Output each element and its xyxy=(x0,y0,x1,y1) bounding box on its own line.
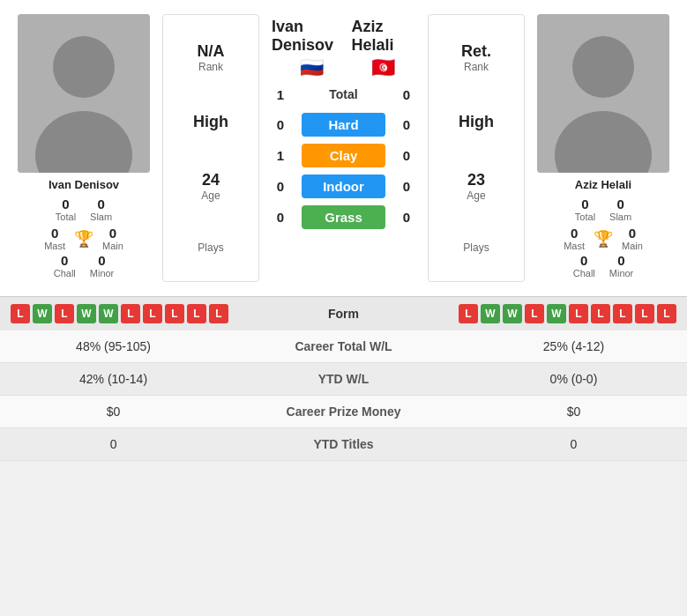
surface-grass-row: 0 Grass 0 xyxy=(263,205,424,229)
right-minor-cell: 0 Minor xyxy=(609,253,634,278)
right-main-cell: 0 Main xyxy=(622,226,643,251)
grass-btn[interactable]: Grass xyxy=(302,205,385,229)
right-mast-label: Mast xyxy=(564,241,585,251)
grass-right-score: 0 xyxy=(389,210,424,225)
right-age-stat: 23 Age xyxy=(467,171,485,202)
right-mid-block: Ret. Rank High 23 Age Plays xyxy=(428,14,525,282)
left-mid-block: N/A Rank High 24 Age Plays xyxy=(162,14,259,282)
left-plays-stat: Plays xyxy=(198,241,223,254)
left-chall-label: Chall xyxy=(54,268,76,278)
right-slam-cell: 0 Slam xyxy=(609,197,631,222)
left-total-cell: 0 Total xyxy=(56,197,76,222)
right-player-photo xyxy=(537,14,669,173)
left-flag: 🇷🇺 xyxy=(300,56,324,79)
right-chall-cell: 0 Chall xyxy=(573,253,595,278)
right-age-value: 23 xyxy=(467,171,485,189)
right-chall-label: Chall xyxy=(573,268,595,278)
left-plays-label: Plays xyxy=(198,241,223,254)
stat-right-value: 0 xyxy=(460,428,687,461)
right-stats-row1: 0 Total 0 Slam xyxy=(575,197,631,222)
right-main-label: Main xyxy=(622,241,643,251)
stat-label: Career Total W/L xyxy=(227,330,460,363)
right-minor-value: 0 xyxy=(617,253,624,268)
left-mast-cell: 0 Mast xyxy=(44,226,65,251)
right-slam-value: 0 xyxy=(616,197,624,212)
form-badge-w: W xyxy=(99,304,118,323)
form-badge-l: L xyxy=(591,304,610,323)
form-badge-l: L xyxy=(165,304,184,323)
stats-row: 0YTD Titles0 xyxy=(0,428,687,461)
stats-table: 48% (95-105)Career Total W/L25% (4-12)42… xyxy=(0,330,687,461)
left-total-label: Total xyxy=(56,212,76,222)
stats-row: 42% (10-14)YTD W/L0% (0-0) xyxy=(0,363,687,396)
left-chall-value: 0 xyxy=(61,253,68,268)
indoor-right-score: 0 xyxy=(389,179,424,194)
right-trophy-row: 0 Mast 🏆 0 Main xyxy=(564,226,643,251)
left-stats-row3: 0 Chall 0 Minor xyxy=(54,253,115,278)
left-high-stat: High xyxy=(193,113,228,131)
right-plays-stat: Plays xyxy=(463,241,489,254)
stat-label: YTD W/L xyxy=(227,363,460,396)
indoor-btn[interactable]: Indoor xyxy=(302,174,385,198)
left-age-label: Age xyxy=(201,189,220,202)
right-total-label: Total xyxy=(575,212,595,222)
left-minor-cell: 0 Minor xyxy=(90,253,115,278)
left-name-flag: Ivan Denisov 🇷🇺 xyxy=(272,18,351,79)
stat-left-value: 42% (10-14) xyxy=(0,363,227,396)
left-rank-stat: N/A Rank xyxy=(198,42,225,73)
stat-right-value: $0 xyxy=(460,396,687,428)
form-badge-w: W xyxy=(33,304,52,323)
svg-point-1 xyxy=(53,36,115,98)
right-age-label: Age xyxy=(467,189,485,202)
right-main-value: 0 xyxy=(629,226,636,241)
stat-left-value: 48% (95-105) xyxy=(0,330,227,363)
form-badge-l: L xyxy=(11,304,30,323)
right-center-name: Aziz Helali xyxy=(351,18,415,55)
right-flag: 🇹🇳 xyxy=(371,56,395,79)
right-rank-stat: Ret. Rank xyxy=(461,42,491,73)
left-center-name: Ivan Denisov xyxy=(272,18,351,55)
clay-btn[interactable]: Clay xyxy=(302,144,385,167)
left-slam-value: 0 xyxy=(97,197,104,212)
left-total-value: 0 xyxy=(62,197,69,212)
surface-clay-row: 1 Clay 0 xyxy=(263,144,424,167)
right-stats-row3: 0 Chall 0 Minor xyxy=(573,253,634,278)
stat-label: YTD Titles xyxy=(227,428,460,461)
right-name-flag: Aziz Helali 🇹🇳 xyxy=(351,18,415,79)
stat-left-value: 0 xyxy=(0,428,227,461)
left-age-stat: 24 Age xyxy=(201,171,220,202)
right-rank-label: Rank xyxy=(464,61,489,73)
surface-hard-row: 0 Hard 0 xyxy=(263,113,424,137)
left-player-name: Ivan Denisov xyxy=(49,178,119,191)
stat-left-value: $0 xyxy=(0,396,227,428)
form-badge-l: L xyxy=(209,304,228,323)
left-minor-label: Minor xyxy=(90,268,115,278)
stat-right-value: 0% (0-0) xyxy=(460,363,687,396)
stat-label: Career Prize Money xyxy=(227,396,460,428)
clay-left-score: 1 xyxy=(263,148,298,163)
form-badge-l: L xyxy=(187,304,206,323)
hard-btn[interactable]: Hard xyxy=(302,113,385,137)
right-total-value: 0 xyxy=(581,197,588,212)
right-total-cell: 0 Total xyxy=(575,197,595,222)
total-btn[interactable]: Total xyxy=(302,83,385,106)
form-badge-l: L xyxy=(121,304,140,323)
form-badge-l: L xyxy=(613,304,632,323)
surface-total-row: 1 Total 0 xyxy=(263,83,424,106)
right-high-stat: High xyxy=(459,113,494,131)
right-slam-label: Slam xyxy=(609,212,631,222)
form-label: Form xyxy=(309,307,379,321)
stats-row: 48% (95-105)Career Total W/L25% (4-12) xyxy=(0,330,687,363)
left-slam-label: Slam xyxy=(90,212,112,222)
center-section: Ivan Denisov 🇷🇺 Aziz Helali 🇹🇳 1 Total 0… xyxy=(263,14,424,282)
left-main-label: Main xyxy=(102,241,123,251)
surface-indoor-row: 0 Indoor 0 xyxy=(263,174,424,198)
form-badge-l: L xyxy=(569,304,588,323)
left-mast-label: Mast xyxy=(44,241,65,251)
right-mast-cell: 0 Mast xyxy=(564,226,585,251)
form-badge-w: W xyxy=(77,304,96,323)
stats-row: $0Career Prize Money$0 xyxy=(0,396,687,428)
right-player-name: Aziz Helali xyxy=(575,178,631,191)
right-rank-value: Ret. xyxy=(461,42,491,61)
hard-left-score: 0 xyxy=(263,117,298,132)
